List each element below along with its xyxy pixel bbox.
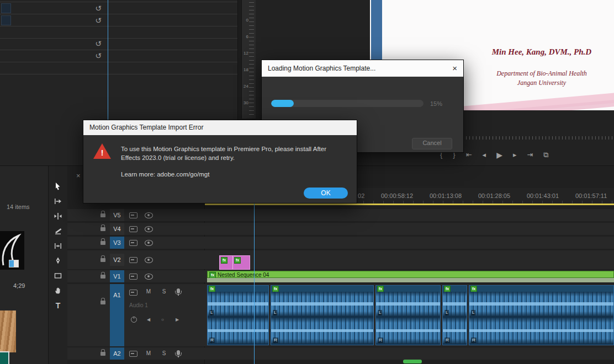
source-patch-icon[interactable] bbox=[129, 240, 137, 246]
meter-db-label: 6 bbox=[243, 34, 248, 39]
add-keyframe-icon[interactable]: ○ bbox=[161, 317, 164, 322]
hand-tool-button[interactable] bbox=[51, 284, 65, 297]
audio-clip[interactable]: fx L R bbox=[207, 285, 269, 345]
lock-track-icon[interactable] bbox=[100, 275, 105, 279]
reset-parameter-icon[interactable]: ↺ bbox=[94, 51, 103, 60]
lock-track-icon[interactable] bbox=[100, 258, 105, 262]
source-patch-icon[interactable] bbox=[129, 274, 137, 280]
toggle-track-output-icon[interactable] bbox=[145, 257, 153, 263]
play-button[interactable]: ▶ bbox=[496, 149, 502, 160]
track-target-a1[interactable]: A1 bbox=[110, 284, 124, 346]
items-count-label: 14 items bbox=[7, 204, 30, 210]
audio-track-lane-a1: fx L R fx L R fx L R fx bbox=[204, 284, 614, 346]
voiceover-record-icon[interactable] bbox=[177, 350, 180, 355]
source-patch-icon[interactable] bbox=[129, 212, 137, 218]
selection-tool-button[interactable] bbox=[51, 180, 65, 193]
channel-left-label: L bbox=[471, 310, 475, 315]
timecode-label: :02 bbox=[356, 192, 364, 199]
go-to-out-button[interactable]: ⇥ bbox=[527, 149, 533, 160]
ripple-edit-tool-button[interactable] bbox=[51, 210, 65, 223]
step-forward-button[interactable]: ▸ bbox=[513, 149, 517, 160]
timeline-playhead[interactable] bbox=[254, 188, 255, 364]
track-select-forward-tool-button[interactable] bbox=[51, 195, 65, 208]
timecode-label: 00:01:57:11 bbox=[575, 192, 607, 199]
solo-track-button[interactable]: S bbox=[161, 350, 167, 357]
timeline-scrollbar-thumb[interactable] bbox=[403, 360, 422, 363]
ok-button[interactable]: OK bbox=[304, 188, 348, 199]
slide-univ-line: Jangan University bbox=[478, 79, 605, 87]
slip-tool-button[interactable] bbox=[51, 239, 65, 253]
clip-body bbox=[207, 278, 614, 282]
lock-track-icon[interactable] bbox=[100, 213, 105, 217]
meter-scale-ticks bbox=[249, 2, 254, 115]
track-target-v5[interactable]: V5 bbox=[110, 209, 124, 221]
razor-tool-button[interactable] bbox=[51, 224, 65, 238]
lock-track-icon[interactable] bbox=[100, 301, 105, 304]
lock-track-icon[interactable] bbox=[100, 241, 105, 245]
type-tool-button[interactable]: T bbox=[51, 299, 65, 312]
next-keyframe-icon[interactable]: ▶ bbox=[176, 317, 179, 322]
slip-icon bbox=[54, 242, 62, 250]
work-area-bar[interactable] bbox=[204, 204, 614, 205]
toggle-track-output-icon[interactable] bbox=[145, 240, 153, 246]
meter-db-label: 18 bbox=[243, 67, 248, 72]
mute-track-button[interactable]: M bbox=[145, 288, 152, 295]
row-divider bbox=[0, 2, 237, 2]
track-name-label: Audio 1 bbox=[129, 302, 148, 308]
effect-thumbnail bbox=[1, 3, 11, 13]
source-patch-icon[interactable] bbox=[129, 226, 137, 232]
error-message: To use this Motion Graphics template in … bbox=[121, 144, 345, 162]
track-target-v1[interactable]: V1 bbox=[110, 270, 124, 282]
waveform-right bbox=[376, 318, 440, 344]
clip-header: fx bbox=[208, 286, 268, 292]
audio-clip[interactable]: fx L R bbox=[469, 285, 614, 345]
audio-clip[interactable]: fx L R bbox=[271, 285, 374, 345]
selection-icon bbox=[54, 182, 62, 191]
hand-icon bbox=[54, 286, 62, 295]
track-target-v3[interactable]: V3 bbox=[110, 237, 124, 249]
source-patch-icon[interactable] bbox=[129, 351, 137, 357]
clip-thumbnail-teal[interactable] bbox=[0, 351, 9, 364]
audio-clip[interactable]: fx L R bbox=[375, 285, 441, 345]
reset-parameter-icon[interactable]: ↺ bbox=[94, 4, 103, 13]
export-frame-button[interactable]: ⧉ bbox=[543, 149, 548, 160]
clip-thumbnail-wood[interactable] bbox=[0, 311, 16, 352]
rectangle-tool-button[interactable] bbox=[51, 269, 65, 282]
source-patch-icon[interactable] bbox=[129, 290, 137, 296]
clip-nested-sequence-v1[interactable]: fx Nested Sequence 04 bbox=[207, 271, 614, 282]
toggle-track-output-icon[interactable] bbox=[145, 274, 153, 280]
cancel-button[interactable]: Cancel bbox=[412, 138, 452, 149]
track-target-a2[interactable]: A2 bbox=[110, 347, 124, 360]
voiceover-record-icon[interactable] bbox=[177, 288, 180, 293]
clip-name-label: Nested Sequence 04 bbox=[218, 272, 269, 278]
tab-close-icon[interactable]: × bbox=[76, 172, 81, 180]
go-to-in-button[interactable]: ⇤ bbox=[466, 149, 472, 160]
clip-thumbnail-graphic[interactable] bbox=[0, 231, 24, 270]
pen-tool-button[interactable] bbox=[51, 254, 65, 267]
row-divider bbox=[0, 14, 237, 14]
lock-track-icon[interactable] bbox=[100, 352, 105, 356]
toggle-track-output-icon[interactable] bbox=[145, 212, 153, 218]
reset-parameter-icon[interactable]: ↺ bbox=[94, 16, 103, 25]
clip-header: fx bbox=[443, 286, 467, 292]
track-target-v2[interactable]: V2 bbox=[110, 254, 124, 266]
track-target-v4[interactable]: V4 bbox=[110, 223, 124, 235]
previous-keyframe-icon[interactable]: ◀ bbox=[147, 317, 150, 322]
row-divider bbox=[0, 26, 237, 26]
meter-db-label: 30 bbox=[243, 100, 248, 105]
close-icon[interactable]: × bbox=[452, 60, 457, 77]
pen-icon bbox=[54, 256, 62, 265]
source-patch-icon[interactable] bbox=[129, 257, 137, 263]
clip-graphic-v2[interactable]: fx fx bbox=[219, 255, 250, 270]
step-back-button[interactable]: ◂ bbox=[483, 149, 486, 160]
reset-parameter-icon[interactable]: ↺ bbox=[94, 39, 103, 48]
audio-clip[interactable]: fx L R bbox=[442, 285, 467, 345]
waveform-right bbox=[271, 318, 373, 344]
solo-track-button[interactable]: S bbox=[161, 288, 167, 295]
toggle-track-output-icon[interactable] bbox=[145, 226, 153, 232]
meter-db-label: 24 bbox=[243, 84, 248, 89]
pan-knob-icon[interactable] bbox=[131, 317, 137, 323]
track-row-v4: V4 bbox=[67, 223, 614, 235]
mute-track-button[interactable]: M bbox=[145, 350, 152, 357]
lock-track-icon[interactable] bbox=[100, 227, 105, 231]
